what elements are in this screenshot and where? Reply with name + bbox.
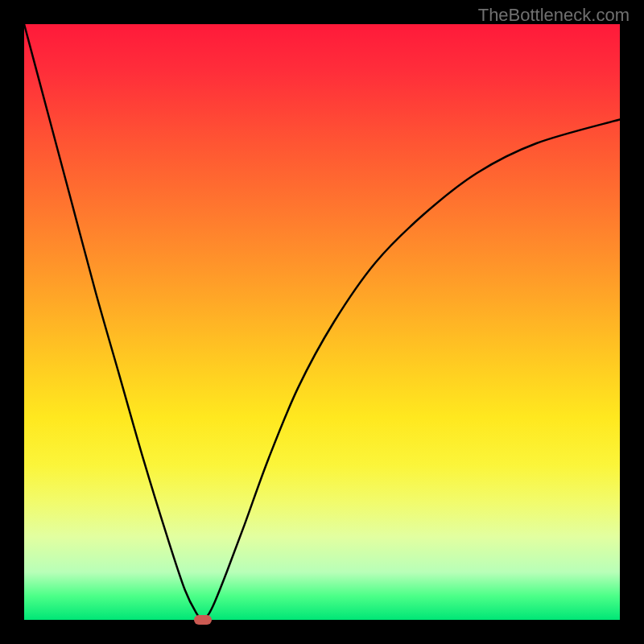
bottleneck-curve-path xyxy=(24,24,620,620)
watermark-text: TheBottleneck.com xyxy=(478,5,630,26)
minimum-marker xyxy=(194,615,212,625)
chart-frame xyxy=(24,24,620,620)
chart-curve-svg xyxy=(24,24,620,620)
plot-area xyxy=(24,24,620,620)
